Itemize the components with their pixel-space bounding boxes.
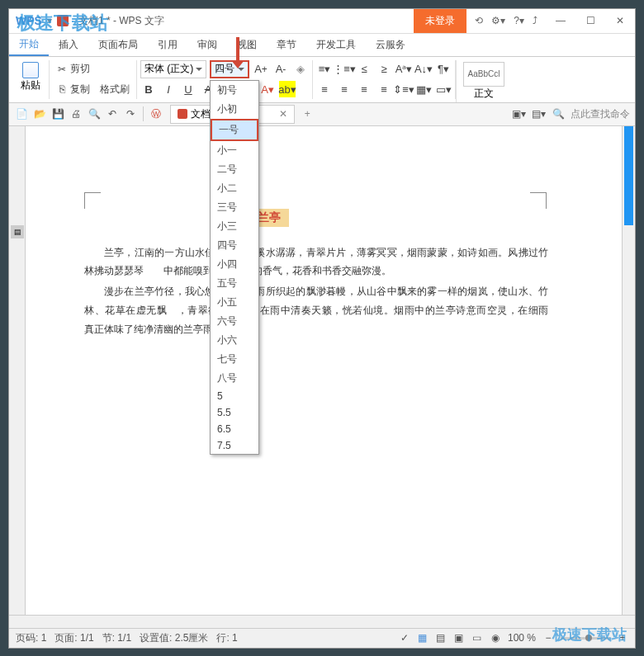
search-icon[interactable]: 🔍 <box>551 106 566 121</box>
font-size-option[interactable]: 小一 <box>211 141 258 160</box>
font-size-option[interactable]: 四号 <box>211 236 258 255</box>
spell-check-icon[interactable]: ✓ <box>399 632 410 644</box>
clear-format-button[interactable]: ◈ <box>292 61 309 78</box>
maximize-button[interactable]: ☐ <box>575 9 605 33</box>
horizontal-scrollbar[interactable] <box>9 615 635 628</box>
font-size-option[interactable]: 小初 <box>211 100 258 119</box>
font-size-option[interactable]: 小三 <box>211 217 258 236</box>
align-justify-button[interactable]: ≡ <box>376 81 392 97</box>
decrease-font-button[interactable]: A- <box>272 61 289 78</box>
cut-button[interactable]: ✂剪切 <box>53 60 93 78</box>
login-button[interactable]: 未登录 <box>414 9 466 33</box>
document-scroll[interactable]: 兰亭 兰亭，江南的一方山水佳境， 溪水潺潺，青翠片片，薄雾冥冥，烟雨蒙蒙，如诗如… <box>26 126 622 615</box>
align-center-button[interactable]: ≡ <box>336 81 353 97</box>
font-color-button[interactable]: A▾ <box>259 81 276 97</box>
format-painter-button[interactable]: 格式刷 <box>97 81 133 98</box>
outline-toggle[interactable]: ▤ <box>11 225 24 238</box>
case-button[interactable]: Aᵃ▾ <box>395 61 412 78</box>
view-print-icon[interactable]: ▦ <box>417 632 429 644</box>
increase-font-button[interactable]: A+ <box>253 61 269 78</box>
menu-item-0[interactable]: 开始 <box>9 34 49 56</box>
font-size-option[interactable]: 5.5 <box>211 404 258 421</box>
share-icon[interactable]: ⤴ <box>533 15 537 26</box>
gear-icon[interactable]: ⚙▾ <box>491 15 505 26</box>
scroll-thumb[interactable] <box>624 126 633 225</box>
line-spacing-button[interactable]: ⇕≡▾ <box>395 81 412 97</box>
sort-button[interactable]: A↓▾ <box>415 61 432 78</box>
menu-item-7[interactable]: 开发工具 <box>306 34 366 56</box>
paste-button[interactable]: 粘贴 <box>16 60 45 94</box>
view-focus-icon[interactable]: ◉ <box>490 632 501 644</box>
menu-item-2[interactable]: 页面布局 <box>88 34 148 56</box>
borders-button[interactable]: ▭▾ <box>435 81 452 97</box>
view-read-icon[interactable]: ▭ <box>471 632 483 644</box>
font-size-option[interactable]: 6.5 <box>211 421 258 437</box>
paragraph[interactable]: 兰亭，江南的一方山水佳境， 溪水潺潺，青翠片片，薄雾冥冥，烟雨蒙蒙，如诗如画。风… <box>84 243 548 281</box>
italic-button[interactable]: I <box>160 81 177 97</box>
undo-icon[interactable]: ↶ <box>105 106 120 121</box>
zoom-slider[interactable] <box>561 637 610 639</box>
font-size-option[interactable]: 五号 <box>211 274 258 293</box>
indent-dec-button[interactable]: ≤ <box>356 61 372 78</box>
align-left-button[interactable]: ≡ <box>316 81 333 97</box>
indent-inc-button[interactable]: ≥ <box>376 61 392 78</box>
menu-item-3[interactable]: 引用 <box>148 34 187 56</box>
menu-item-6[interactable]: 章节 <box>267 34 306 56</box>
font-size-option[interactable]: 八号 <box>211 369 258 388</box>
view-web-icon[interactable]: ▤ <box>435 632 447 644</box>
align-right-button[interactable]: ≡ <box>356 81 372 97</box>
menu-item-4[interactable]: 审阅 <box>187 34 227 56</box>
help-icon[interactable]: ?▾ <box>514 15 524 26</box>
copy-button[interactable]: ⎘复制 <box>53 81 93 98</box>
font-size-option[interactable]: 小四 <box>211 255 258 274</box>
zoom-in-button[interactable]: + <box>617 632 628 644</box>
reading-icon[interactable]: ▤▾ <box>531 106 546 121</box>
minimize-button[interactable]: — <box>546 9 575 33</box>
zoom-out-button[interactable]: − <box>542 632 554 644</box>
view-outline-icon[interactable]: ▣ <box>453 632 465 644</box>
search-placeholder[interactable]: 点此查找命令 <box>571 107 630 121</box>
document-body[interactable]: 兰亭，江南的一方山水佳境， 溪水潺潺，青翠片片，薄雾冥冥，烟雨蒙蒙，如诗如画。风… <box>84 243 548 339</box>
status-pages[interactable]: 页面: 1/1 <box>54 631 93 645</box>
view-mode-icon[interactable]: ▣▾ <box>511 106 526 121</box>
preview-icon[interactable]: 🔍 <box>87 106 102 121</box>
font-size-option[interactable]: 二号 <box>211 160 258 179</box>
menu-item-1[interactable]: 插入 <box>49 34 88 56</box>
new-icon[interactable]: 📄 <box>14 106 29 121</box>
shading-button[interactable]: ▦▾ <box>415 81 432 97</box>
sync-icon[interactable]: ⟲ <box>475 15 483 26</box>
show-marks-button[interactable]: ¶▾ <box>435 61 452 78</box>
font-size-option[interactable]: 三号 <box>211 198 258 217</box>
font-name-select[interactable]: 宋体 (正文) <box>140 60 206 78</box>
menu-item-8[interactable]: 云服务 <box>366 34 415 56</box>
zoom-level[interactable]: 100 % <box>508 632 536 644</box>
font-size-option[interactable]: 7.5 <box>211 437 258 454</box>
font-size-option[interactable]: 初号 <box>211 81 258 100</box>
save-icon[interactable]: 💾 <box>50 106 65 121</box>
status-page[interactable]: 页码: 1 <box>16 631 46 645</box>
numbering-button[interactable]: ⋮≡▾ <box>336 61 353 78</box>
wps-cloud-icon[interactable]: Ⓦ <box>149 106 163 121</box>
bold-button[interactable]: B <box>140 81 157 97</box>
style-preview[interactable]: AaBbCcl <box>463 62 504 87</box>
highlight-button[interactable]: ab▾ <box>279 81 296 97</box>
font-size-option[interactable]: 七号 <box>211 350 258 369</box>
close-button[interactable]: ✕ <box>605 9 635 33</box>
redo-icon[interactable]: ↷ <box>123 106 138 121</box>
font-size-option[interactable]: 一号 <box>211 119 258 141</box>
tab-add-button[interactable]: + <box>305 108 310 120</box>
font-size-option[interactable]: 小六 <box>211 331 258 350</box>
font-size-option[interactable]: 5 <box>211 388 258 404</box>
font-size-option[interactable]: 小五 <box>211 293 258 312</box>
paragraph[interactable]: 漫步在兰亭竹径，我心悠然。 雨所织起的飘渺暮幔，从山谷中飘来的雾一样的烟岚，使山… <box>84 282 548 338</box>
font-size-option[interactable]: 小二 <box>211 179 258 198</box>
menu-item-5[interactable]: 视图 <box>227 34 267 56</box>
font-size-select[interactable]: 四号 初号小初一号小一二号小二三号小三四号小四五号小五六号小六七号八号55.56… <box>210 60 249 78</box>
vertical-scrollbar[interactable] <box>622 126 635 615</box>
tab-close-button[interactable]: ✕ <box>279 108 287 120</box>
print-icon[interactable]: 🖨 <box>69 106 83 121</box>
underline-button[interactable]: U <box>180 81 197 97</box>
open-icon[interactable]: 📂 <box>32 106 47 121</box>
dropdown-icon[interactable]: ▾ <box>47 15 52 26</box>
font-size-option[interactable]: 六号 <box>211 312 258 331</box>
